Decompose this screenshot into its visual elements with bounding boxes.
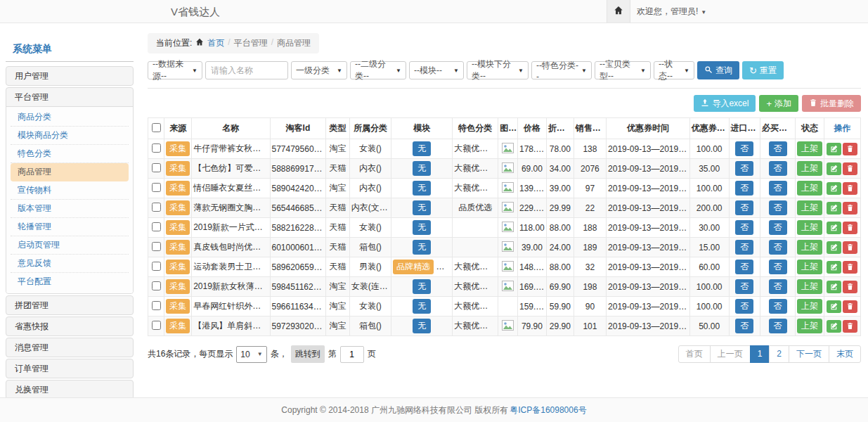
page-button-2[interactable]: 2: [769, 345, 789, 363]
edit-button[interactable]: [827, 300, 841, 313]
must-buy-button[interactable]: 否: [769, 299, 787, 314]
import-select-button[interactable]: 否: [735, 161, 753, 176]
import-select-button[interactable]: 否: [735, 200, 753, 215]
status-button[interactable]: 上架: [797, 181, 822, 196]
import-select-button[interactable]: 否: [735, 260, 753, 274]
filter-select[interactable]: --模块下分类--▼: [467, 61, 529, 79]
sidebar-group-header[interactable]: 省惠快报: [6, 317, 133, 335]
module-none-button[interactable]: 无: [413, 220, 431, 235]
edit-button[interactable]: [827, 320, 841, 333]
must-buy-button[interactable]: 否: [769, 181, 787, 196]
page-button-下一页[interactable]: 下一页: [789, 345, 829, 363]
must-buy-button[interactable]: 否: [769, 200, 787, 215]
module-none-button[interactable]: 无: [413, 181, 431, 196]
must-buy-button[interactable]: 否: [769, 319, 787, 333]
must-buy-button[interactable]: 否: [769, 161, 787, 176]
filter-select[interactable]: 一级分类▼: [291, 61, 347, 79]
delete-button[interactable]: [843, 143, 857, 155]
module-none-button[interactable]: 无: [413, 161, 431, 176]
edit-button[interactable]: [827, 182, 841, 195]
breadcrumb-item[interactable]: 商品管理: [277, 37, 311, 49]
sidebar-group-header[interactable]: 消息管理: [6, 338, 133, 357]
must-buy-button[interactable]: 否: [769, 240, 787, 255]
import-select-button[interactable]: 否: [735, 240, 753, 255]
row-checkbox[interactable]: [152, 222, 161, 231]
import-select-button[interactable]: 否: [735, 220, 753, 235]
icp-link[interactable]: 粤ICP备16098006号: [510, 404, 586, 416]
delete-button[interactable]: [843, 281, 857, 293]
sidebar-group-header[interactable]: 订单管理: [6, 359, 133, 378]
sidebar-item[interactable]: 轮播管理: [11, 218, 129, 236]
edit-button[interactable]: [827, 261, 841, 274]
sidebar-item[interactable]: 平台配置: [11, 273, 129, 290]
edit-button[interactable]: [827, 162, 841, 175]
delete-button[interactable]: [843, 162, 857, 175]
status-button[interactable]: 上架: [797, 240, 822, 255]
page-button-上一页[interactable]: 上一页: [710, 345, 751, 363]
delete-button[interactable]: [843, 182, 857, 195]
delete-button[interactable]: [843, 261, 857, 274]
sidebar-group-header[interactable]: 平台管理: [6, 88, 133, 106]
row-checkbox[interactable]: [152, 203, 161, 212]
sidebar-item[interactable]: 模块商品分类: [11, 127, 129, 145]
search-button[interactable]: 查询: [697, 61, 739, 79]
import-select-button[interactable]: 否: [735, 299, 753, 314]
sidebar-group-header[interactable]: 兑换管理: [6, 381, 133, 399]
filter-select[interactable]: --模块--▼: [409, 61, 464, 79]
filter-select[interactable]: --二级分类--▼: [350, 61, 406, 79]
home-button[interactable]: [607, 0, 630, 23]
page-button-1[interactable]: 1: [750, 345, 770, 363]
filter-select[interactable]: --数据来源--▼: [148, 61, 202, 79]
page-button-末页[interactable]: 末页: [829, 345, 861, 363]
status-button[interactable]: 上架: [797, 299, 822, 314]
batch-delete-button[interactable]: 批量删除: [802, 95, 861, 112]
status-button[interactable]: 上架: [797, 200, 822, 215]
must-buy-button[interactable]: 否: [769, 220, 787, 235]
sidebar-item-active[interactable]: 商品管理: [11, 163, 129, 181]
row-checkbox[interactable]: [152, 281, 161, 290]
delete-button[interactable]: [843, 202, 857, 215]
must-buy-button[interactable]: 否: [769, 279, 787, 294]
row-checkbox[interactable]: [152, 242, 161, 251]
name-search-input[interactable]: [205, 61, 288, 79]
delete-button[interactable]: [843, 320, 857, 333]
status-button[interactable]: 上架: [797, 319, 822, 333]
sidebar-item[interactable]: 商品分类: [11, 108, 129, 127]
module-none-button[interactable]: 无: [413, 319, 431, 333]
edit-button[interactable]: [827, 143, 841, 155]
row-checkbox[interactable]: [152, 301, 161, 310]
row-checkbox[interactable]: [152, 262, 161, 271]
select-all-checkbox[interactable]: [152, 123, 161, 132]
per-page-select[interactable]: 10▼: [236, 346, 266, 363]
sidebar-group-header[interactable]: 拼团管理: [6, 296, 133, 314]
row-checkbox[interactable]: [152, 163, 161, 172]
edit-button[interactable]: [827, 281, 841, 293]
must-buy-button[interactable]: 否: [769, 141, 787, 156]
module-none-button[interactable]: 无: [413, 240, 431, 255]
edit-button[interactable]: [827, 241, 841, 254]
import-select-button[interactable]: 否: [735, 319, 753, 333]
row-checkbox[interactable]: [152, 183, 161, 192]
filter-select[interactable]: --特色分类--▼: [531, 61, 592, 79]
status-button[interactable]: 上架: [797, 279, 822, 294]
module-none-button[interactable]: 无: [413, 299, 431, 314]
status-button[interactable]: 上架: [797, 260, 822, 274]
import-select-button[interactable]: 否: [735, 181, 753, 196]
page-number-input[interactable]: [340, 346, 364, 363]
sidebar-item[interactable]: 意见反馈: [11, 255, 129, 273]
module-none-button[interactable]: 无: [413, 200, 431, 215]
add-button[interactable]: + 添加: [759, 95, 798, 112]
sidebar-item[interactable]: 宣传物料: [11, 181, 129, 200]
status-button[interactable]: 上架: [797, 220, 822, 235]
sidebar-group-header[interactable]: 用户管理: [6, 67, 133, 85]
import-excel-button[interactable]: 导入excel: [694, 95, 756, 112]
edit-button[interactable]: [827, 222, 841, 234]
page-button-首页[interactable]: 首页: [678, 345, 711, 363]
sidebar-item[interactable]: 版本管理: [11, 200, 129, 218]
module-none-button[interactable]: 无: [413, 279, 431, 294]
row-checkbox[interactable]: [152, 143, 161, 153]
must-buy-button[interactable]: 否: [769, 260, 787, 274]
breadcrumb-home-link[interactable]: 首页: [207, 37, 224, 49]
sidebar-item[interactable]: 启动页管理: [11, 236, 129, 255]
breadcrumb-item[interactable]: 平台管理: [234, 37, 268, 49]
